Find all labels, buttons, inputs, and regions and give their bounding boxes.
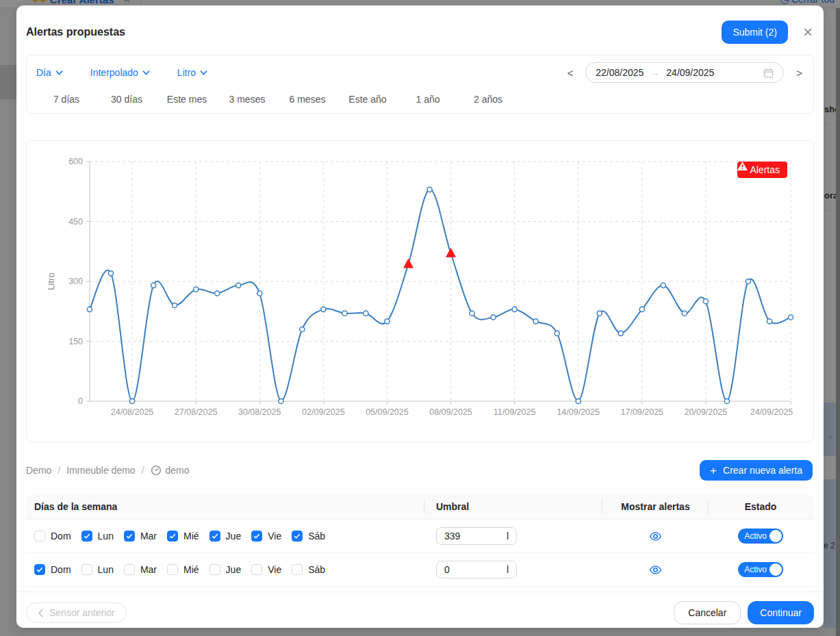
day-label: Jue <box>226 531 242 542</box>
day-checkbox-dom[interactable]: Dom <box>34 564 71 575</box>
day-label: Dom <box>51 564 71 575</box>
checkbox-unchecked-icon[interactable] <box>251 564 262 575</box>
header-estado: Estado <box>709 494 813 519</box>
breadcrumb-item-sensor-demo[interactable]: demo <box>166 465 190 476</box>
date-start[interactable]: 22/08/2025 <box>596 67 644 78</box>
quick-range-7-días[interactable]: 7 días <box>36 94 97 105</box>
continuar-button[interactable]: Continuar <box>748 601 814 624</box>
svg-text:11/09/2025: 11/09/2025 <box>494 407 536 417</box>
table-row: DomLunMarMiéJueVieSáblActivo <box>26 520 814 553</box>
day-checkbox-jue[interactable]: Jue <box>209 531 242 542</box>
estado-toggle[interactable]: Activo <box>738 529 783 544</box>
quick-range-30-días[interactable]: 30 días <box>97 94 157 105</box>
quick-ranges: 7 días30 díasEste mes3 meses6 mesesEste … <box>36 94 804 105</box>
breadcrumb-item-demo[interactable]: Demo <box>26 465 51 476</box>
chevron-down-icon <box>200 70 207 75</box>
day-label: Lun <box>98 531 114 542</box>
legend-label: Alertas <box>750 164 780 175</box>
show-alerts-eye-icon[interactable] <box>649 564 662 576</box>
svg-text:02/09/2025: 02/09/2025 <box>302 407 345 417</box>
day-checkbox-vie[interactable]: Vie <box>251 531 281 542</box>
umbral-input[interactable]: l <box>436 561 517 578</box>
quick-range-1-año[interactable]: 1 año <box>398 94 458 105</box>
quick-range-2-años[interactable]: 2 años <box>458 94 518 105</box>
sensor-anterior-button[interactable]: Sensor anterior <box>26 602 127 623</box>
checkbox-unchecked-icon[interactable] <box>209 564 220 575</box>
checkbox-unchecked-icon[interactable] <box>34 531 45 542</box>
umbral-value-field[interactable] <box>444 564 492 575</box>
day-label: Jue <box>226 564 242 575</box>
day-label: Sáb <box>308 531 325 542</box>
modal-header: Alertas propuestas Submit (2) × <box>16 5 824 55</box>
checkbox-checked-icon[interactable] <box>292 531 303 542</box>
chevron-down-icon <box>55 70 63 75</box>
chart-card: 24/08/202527/08/202530/08/202502/09/2025… <box>26 140 814 442</box>
day-label: Vie <box>268 531 281 542</box>
dropdown-label: Día <box>36 67 51 78</box>
cancelar-button[interactable]: Cancelar <box>674 601 741 624</box>
checkbox-checked-icon[interactable] <box>251 531 262 542</box>
umbral-value-field[interactable] <box>444 531 492 542</box>
day-label: Mié <box>183 531 199 542</box>
dropdown-dia[interactable]: Día <box>36 67 63 78</box>
svg-text:14/09/2025: 14/09/2025 <box>557 407 600 417</box>
checkbox-unchecked-icon[interactable] <box>81 564 92 575</box>
checkbox-unchecked-icon[interactable] <box>167 564 178 575</box>
dropdown-litro[interactable]: Litro <box>177 67 207 78</box>
alerts-table: Días de la semana Umbral Mostrar alertas… <box>26 494 814 587</box>
umbral-input[interactable]: l <box>436 527 517 545</box>
day-checkbox-vie[interactable]: Vie <box>251 564 281 575</box>
alert-rows: DomLunMarMiéJueVieSáblActivoDomLunMarMié… <box>26 520 814 587</box>
show-alerts-eye-icon[interactable] <box>649 531 662 542</box>
checkbox-checked-icon[interactable] <box>124 531 135 542</box>
day-checkbox-mar[interactable]: Mar <box>124 531 157 542</box>
quick-range-este-mes[interactable]: Este mes <box>157 94 217 105</box>
alertas-legend-badge[interactable]: Alertas <box>737 162 787 178</box>
svg-text:450: 450 <box>68 217 83 227</box>
svg-text:30/08/2025: 30/08/2025 <box>238 407 281 417</box>
day-checkbox-mié[interactable]: Mié <box>167 531 199 542</box>
day-checkbox-mar[interactable]: Mar <box>124 564 157 575</box>
day-label: Sáb <box>308 564 325 575</box>
switch-label: Activo <box>744 565 767 574</box>
day-label: Dom <box>51 531 71 542</box>
estado-toggle[interactable]: Activo <box>738 562 783 577</box>
checkbox-checked-icon[interactable] <box>209 531 220 542</box>
day-label: Mar <box>140 564 157 575</box>
quick-range-3-meses[interactable]: 3 meses <box>217 94 277 105</box>
checkbox-checked-icon[interactable] <box>167 531 178 542</box>
dropdown-interpolado[interactable]: Interpolado <box>90 67 150 78</box>
breadcrumb: Demo / Immeuble demo / demo <box>26 465 190 476</box>
crear-nueva-alerta-button[interactable]: + Crear nueva alerta <box>700 460 813 481</box>
chevron-left-icon <box>38 609 44 618</box>
day-checkbox-jue[interactable]: Jue <box>209 564 242 575</box>
next-period-button[interactable]: > <box>795 67 804 79</box>
checkbox-checked-icon[interactable] <box>34 564 45 575</box>
switch-label: Activo <box>744 531 767 541</box>
switch-knob <box>769 530 782 542</box>
day-checkbox-lun[interactable]: Lun <box>81 564 114 575</box>
svg-text:150: 150 <box>68 337 83 346</box>
date-end[interactable]: 24/09/2025 <box>666 67 714 78</box>
day-checkbox-dom[interactable]: Dom <box>34 531 71 542</box>
header-umbral: Umbral <box>424 494 602 519</box>
quick-range-6-meses[interactable]: 6 meses <box>277 94 338 105</box>
day-checkbox-sáb[interactable]: Sáb <box>292 564 325 575</box>
quick-range-este-año[interactable]: Este año <box>338 94 398 105</box>
chevron-down-icon <box>142 70 150 75</box>
svg-text:600: 600 <box>68 157 83 166</box>
checkbox-checked-icon[interactable] <box>81 531 92 542</box>
day-checkbox-sáb[interactable]: Sáb <box>292 531 325 542</box>
date-range-picker[interactable]: 22/08/2025 → 24/09/2025 <box>585 62 784 83</box>
checkbox-unchecked-icon[interactable] <box>124 564 135 575</box>
table-row: DomLunMarMiéJueVieSáblActivo <box>26 553 814 587</box>
day-checkbox-mié[interactable]: Mié <box>167 564 199 575</box>
close-icon[interactable]: × <box>803 24 813 40</box>
submit-button[interactable]: Submit (2) <box>722 21 788 44</box>
prev-period-button[interactable]: < <box>565 67 574 79</box>
unit-suffix: l <box>507 531 509 542</box>
checkbox-unchecked-icon[interactable] <box>292 564 303 575</box>
day-checkbox-lun[interactable]: Lun <box>81 531 114 542</box>
svg-text:17/09/2025: 17/09/2025 <box>621 407 664 417</box>
breadcrumb-item-immeuble-demo[interactable]: Immeuble demo <box>66 465 135 476</box>
